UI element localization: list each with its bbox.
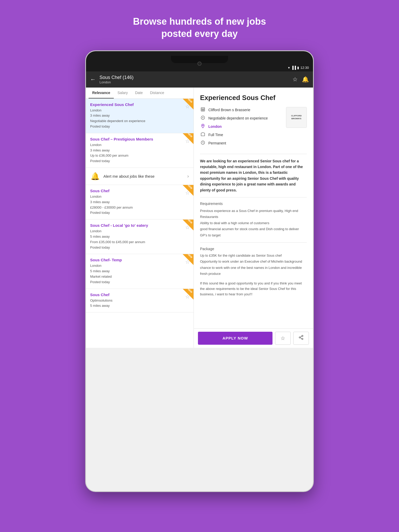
job-distance: 5 miles away [90, 269, 110, 273]
package-item: Up to £35K for the right candidate as Se… [200, 252, 307, 258]
job-detail: Experienced Sous Chef Clifford Brown s B… [194, 88, 313, 328]
back-button[interactable]: ← [90, 76, 96, 83]
job-location: Optimsolutions [90, 298, 112, 302]
job-posted: Posted today [90, 280, 110, 284]
sort-tabs: Relevance Salary Date Distance [86, 88, 194, 99]
job-item[interactable]: NEW Experienced Sous Chef London 3 miles… [86, 99, 194, 133]
job-meta: London 3 miles away Negotiable dependent… [90, 108, 189, 129]
svg-point-6 [202, 125, 203, 126]
svg-line-12 [300, 338, 302, 339]
header-title-block: Sous Chef (146) London [99, 75, 289, 84]
new-badge-text: NEW [187, 99, 193, 103]
job-distance: 5 miles away [90, 235, 110, 238]
tab-date[interactable]: Date [131, 88, 147, 98]
field-contract: Permanent [200, 140, 282, 146]
requirements-list: Previous experience as a Sous Chef in pr… [200, 208, 307, 238]
status-icons: ▾ ▐▐ ▮ 12:30 [288, 66, 309, 70]
job-title: Sous Chef [90, 292, 189, 297]
jobtype-value: Full Time [208, 133, 223, 137]
building-icon [200, 107, 206, 113]
job-salary: Negotiable dependent on experience [90, 119, 145, 123]
job-posted: Posted today [90, 211, 110, 215]
salary-icon [200, 115, 206, 121]
job-meta: London 5 miles away Market related Poste… [90, 263, 189, 285]
apply-button[interactable]: APPLY NOW [198, 332, 272, 345]
job-bookmark-icon[interactable]: ☆ [185, 190, 190, 196]
header-subtitle: London [99, 80, 289, 84]
alert-bell-icon: 🔔 [91, 172, 100, 181]
job-location: London [90, 143, 101, 147]
job-distance: 3 miles away [90, 148, 110, 152]
job-bookmark-icon[interactable]: ☆ [185, 294, 190, 300]
battery-icon: ▮ [297, 66, 299, 70]
alert-chevron-icon: › [187, 174, 189, 179]
job-description: We are looking for an experienced Senior… [200, 158, 307, 193]
job-location: London [90, 229, 101, 233]
tab-distance[interactable]: Distance [147, 88, 168, 98]
company-logo: CLIFFORDBROWN'S [286, 107, 307, 128]
package-list: Up to £35K for the right candidate as Se… [200, 252, 307, 277]
notification-icon[interactable]: 🔔 [302, 76, 309, 83]
promo-section: Browse hundreds of new jobs posted every… [0, 0, 399, 50]
save-search-icon[interactable]: ☆ [292, 76, 298, 83]
job-title: Sous Chef- Temp [90, 258, 189, 262]
bottom-action-bar: APPLY NOW ☆ [194, 328, 313, 348]
svg-line-13 [300, 336, 302, 337]
device-frame: ▾ ▐▐ ▮ 12:30 ← Sous Chef (146) London ☆ … [85, 50, 314, 492]
alert-banner[interactable]: 🔔 Alert me about jobs like these › [86, 168, 194, 185]
job-item[interactable]: NEW Sous Chef - Local 'go to' eatery Lon… [86, 220, 194, 254]
tab-relevance[interactable]: Relevance [89, 88, 114, 98]
promo-headline: Browse hundreds of new jobs posted every… [5, 16, 394, 40]
job-bookmark-icon[interactable]: ☆ [185, 138, 190, 144]
svg-point-11 [302, 338, 303, 340]
right-panel: Experienced Sous Chef Clifford Brown s B… [194, 88, 313, 348]
job-title: Experienced Sous Chef [90, 102, 189, 107]
new-badge-text: NEW [187, 218, 193, 224]
job-bookmark-icon[interactable]: ☆ [185, 224, 190, 230]
job-distance: 5 miles away [90, 304, 110, 308]
job-bookmark-icon[interactable]: ☆ [185, 259, 190, 265]
req-item: Ability to deal with a high volume of cu… [200, 220, 307, 226]
job-location: London [90, 108, 101, 112]
location-value: London [208, 124, 222, 129]
job-detail-fields: Clifford Brown s Brasserie Negotiable de… [200, 107, 282, 149]
job-detail-info: Clifford Brown s Brasserie Negotiable de… [200, 107, 307, 149]
divider-3 [200, 242, 307, 243]
package-item: Opportunity to work under an Executive c… [200, 258, 307, 264]
new-badge-text: NEW [187, 253, 193, 259]
field-location: London [200, 124, 282, 129]
new-badge-text: NEW [187, 288, 193, 294]
job-location: London [90, 264, 101, 268]
job-title: Sous Chef - Local 'go to' eatery [90, 223, 189, 228]
job-item[interactable]: NEW Sous Chef Optimsolutions 5 miles awa… [86, 289, 194, 313]
job-distance: 3 miles away [90, 200, 110, 204]
job-title: Sous Chef – Prestigious Members [90, 137, 189, 141]
job-meta: Optimsolutions 5 miles away [90, 298, 189, 309]
package-title: Package [200, 247, 307, 251]
save-job-icon: ☆ [281, 335, 285, 341]
share-job-button[interactable] [293, 332, 309, 345]
job-location: London [90, 195, 101, 198]
contract-value: Permanent [208, 141, 226, 145]
job-meta: London 3 miles away Up to £36,000 per an… [90, 142, 189, 164]
alert-text: Alert me about jobs like these [103, 174, 184, 178]
job-item[interactable]: NEW Sous Chef – Prestigious Members Lond… [86, 133, 194, 168]
svg-point-9 [302, 335, 303, 337]
job-item[interactable]: NEW Sous Chef- Temp London 5 miles away … [86, 254, 194, 289]
tab-salary[interactable]: Salary [114, 88, 131, 98]
save-job-button[interactable]: ☆ [275, 332, 291, 345]
job-meta: London 3 miles away £28000 - £30000 per … [90, 194, 189, 216]
app-header: ← Sous Chef (146) London ☆ 🔔 [86, 71, 313, 88]
header-title: Sous Chef (146) [99, 75, 289, 80]
job-bookmark-icon[interactable]: ☆ [185, 103, 190, 110]
salary-value: Negotiable dependent on experience [208, 116, 268, 120]
job-item[interactable]: NEW Sous Chef London 3 miles away £28000… [86, 185, 194, 220]
job-title: Sous Chef [90, 189, 189, 193]
company-name: Clifford Brown s Brasserie [208, 108, 250, 112]
location-icon [200, 124, 206, 129]
job-posted: Posted today [90, 159, 110, 163]
jobtype-icon [200, 132, 206, 138]
svg-point-10 [299, 337, 301, 338]
job-salary: £28000 - £30000 per annum [90, 205, 133, 209]
camera-dot [197, 62, 202, 66]
